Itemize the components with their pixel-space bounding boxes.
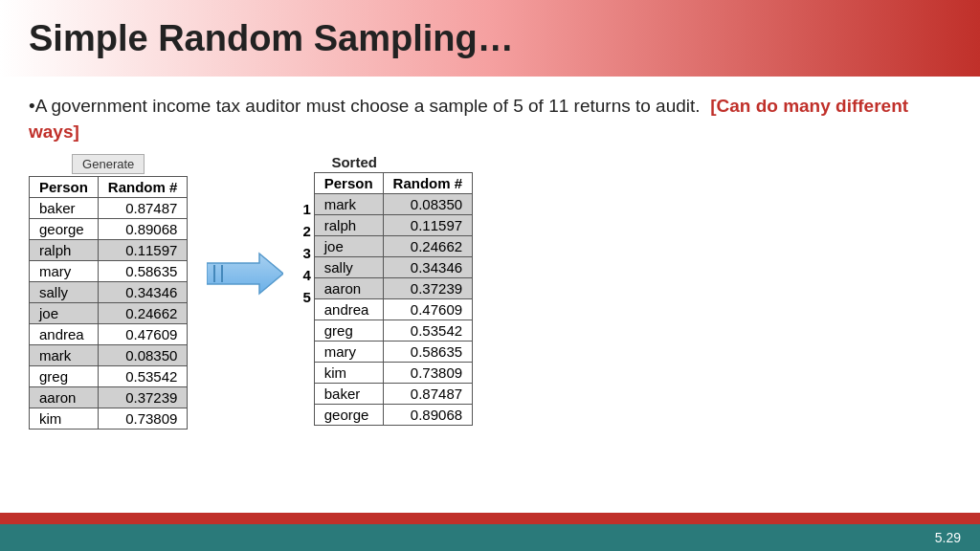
table-row: kim0.73809 [30, 408, 188, 430]
right-col-random: Random # [383, 173, 473, 194]
number-cell: 0.08350 [383, 194, 473, 215]
person-cell: george [314, 405, 383, 426]
number-cell: 0.73809 [383, 363, 473, 384]
rank-number [302, 308, 313, 330]
rank-number [302, 330, 313, 352]
table-row: george0.89068 [30, 219, 188, 240]
person-cell: aaron [314, 278, 383, 299]
number-cell: 0.87487 [98, 198, 188, 219]
table-row: sally0.34346 [30, 282, 188, 303]
right-arrow-icon [207, 250, 283, 298]
row-numbers: 12345 [302, 198, 313, 440]
person-cell: baker [30, 198, 99, 219]
page-number: 5.29 [935, 530, 961, 545]
number-cell: 0.58635 [98, 261, 188, 282]
number-cell: 0.89068 [383, 405, 473, 426]
number-cell: 0.47609 [98, 324, 188, 345]
arrow-container [188, 250, 302, 298]
number-cell: 0.47609 [383, 299, 473, 320]
table-row: ralph0.11597 [30, 240, 188, 261]
number-cell: 0.11597 [98, 240, 188, 261]
person-cell: greg [30, 366, 99, 387]
rank-number [302, 418, 313, 440]
person-cell: joe [30, 303, 99, 324]
table-row: sally0.34346 [314, 257, 472, 278]
person-cell: ralph [314, 215, 383, 236]
table-row: andrea0.47609 [314, 299, 472, 320]
left-col-random: Random # [98, 177, 188, 198]
number-cell: 0.53542 [383, 320, 473, 342]
person-cell: joe [314, 236, 383, 257]
person-cell: andrea [30, 324, 99, 345]
number-cell: 0.89068 [98, 219, 188, 240]
person-cell: greg [314, 320, 383, 342]
table-row: george0.89068 [314, 405, 472, 426]
right-col-person: Person [314, 173, 383, 194]
table-row: aaron0.37239 [30, 387, 188, 408]
table-row: ralph0.11597 [314, 215, 472, 236]
number-cell: 0.87487 [383, 384, 473, 405]
table-row: greg0.53542 [30, 366, 188, 387]
person-cell: sally [30, 282, 99, 303]
tables-area: Generate Person Random # baker0.87487geo… [29, 154, 951, 440]
rank-number [302, 374, 313, 396]
left-table-wrapper: Generate Person Random # baker0.87487geo… [29, 154, 188, 430]
person-cell: mary [30, 261, 99, 282]
page-title: Simple Random Sampling… [29, 18, 514, 59]
rank-number: 2 [302, 220, 313, 242]
person-cell: mark [30, 345, 99, 366]
table-row: mark0.08350 [30, 345, 188, 366]
rank-number: 5 [302, 286, 313, 308]
person-cell: kim [30, 408, 99, 430]
number-cell: 0.58635 [383, 342, 473, 363]
number-cell: 0.08350 [98, 345, 188, 366]
rank-number: 4 [302, 264, 313, 286]
table-row: mary0.58635 [30, 261, 188, 282]
table-row: mark0.08350 [314, 194, 472, 215]
svg-marker-0 [207, 253, 283, 294]
person-cell: mark [314, 194, 383, 215]
number-cell: 0.73809 [98, 408, 188, 430]
person-cell: george [30, 219, 99, 240]
bottom-red-bar [0, 513, 980, 524]
table-row: mary0.58635 [314, 342, 472, 363]
bottom-teal-bar: 5.29 [0, 524, 980, 551]
table-row: kim0.73809 [314, 363, 472, 384]
rank-number [302, 396, 313, 418]
rank-number: 3 [302, 242, 313, 264]
rank-number [302, 352, 313, 374]
table-row: aaron0.37239 [314, 278, 472, 299]
right-table-wrapper: Sorted 12345 Person Random # mark0.08350… [302, 154, 473, 440]
number-cell: 0.53542 [98, 366, 188, 387]
rank-number: 1 [302, 198, 313, 220]
person-cell: andrea [314, 299, 383, 320]
number-cell: 0.34346 [383, 257, 473, 278]
number-cell: 0.24662 [383, 236, 473, 257]
right-table-inner: 12345 Person Random # mark0.08350ralph0.… [302, 172, 473, 440]
table-row: andrea0.47609 [30, 324, 188, 345]
number-cell: 0.37239 [98, 387, 188, 408]
main-content: •A government income tax auditor must ch… [0, 77, 980, 440]
can-do-ways-text: [Can do many different ways] [29, 96, 908, 142]
person-cell: kim [314, 363, 383, 384]
person-cell: sally [314, 257, 383, 278]
generate-label[interactable]: Generate [72, 154, 145, 174]
person-cell: aaron [30, 387, 99, 408]
left-col-person: Person [30, 177, 99, 198]
number-cell: 0.24662 [98, 303, 188, 324]
table-row: joe0.24662 [30, 303, 188, 324]
number-cell: 0.37239 [383, 278, 473, 299]
number-cell: 0.11597 [383, 215, 473, 236]
right-table: Person Random # mark0.08350ralph0.11597j… [314, 172, 473, 426]
person-cell: mary [314, 342, 383, 363]
left-table: Person Random # baker0.87487george0.8906… [29, 176, 188, 430]
header: Simple Random Sampling… [0, 0, 980, 77]
table-row: baker0.87487 [314, 384, 472, 405]
table-row: joe0.24662 [314, 236, 472, 257]
table-row: greg0.53542 [314, 320, 472, 342]
number-cell: 0.34346 [98, 282, 188, 303]
bullet-text: •A government income tax auditor must ch… [29, 94, 951, 144]
person-cell: ralph [30, 240, 99, 261]
sorted-label: Sorted [302, 154, 377, 170]
person-cell: baker [314, 384, 383, 405]
